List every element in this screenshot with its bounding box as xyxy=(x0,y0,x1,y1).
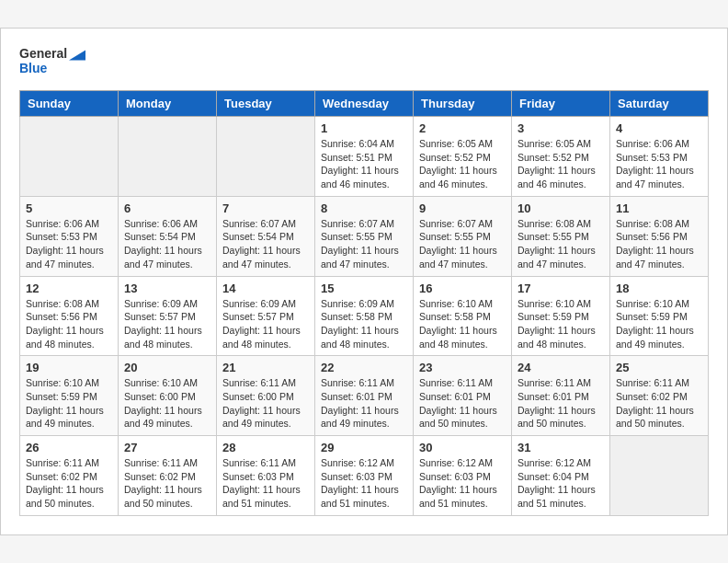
calendar-cell: 19Sunrise: 6:10 AMSunset: 5:59 PMDayligh… xyxy=(20,356,119,436)
calendar-cell: 5Sunrise: 6:06 AMSunset: 5:53 PMDaylight… xyxy=(20,196,119,276)
calendar-cell: 9Sunrise: 6:07 AMSunset: 5:55 PMDaylight… xyxy=(414,196,512,276)
calendar-cell: 21Sunrise: 6:11 AMSunset: 6:00 PMDayligh… xyxy=(217,356,315,436)
day-number: 21 xyxy=(222,361,309,374)
calendar-cell xyxy=(217,117,315,197)
calendar-cell: 16Sunrise: 6:10 AMSunset: 5:58 PMDayligh… xyxy=(414,276,512,356)
day-info: Sunrise: 6:04 AMSunset: 5:51 PMDaylight:… xyxy=(321,137,407,191)
calendar-cell xyxy=(20,117,119,197)
day-info: Sunrise: 6:06 AMSunset: 5:54 PMDaylight:… xyxy=(124,217,210,271)
day-number: 13 xyxy=(124,282,210,295)
logo: General Blue xyxy=(19,47,85,75)
day-info: Sunrise: 6:09 AMSunset: 5:58 PMDaylight:… xyxy=(321,297,407,351)
day-number: 11 xyxy=(616,201,702,215)
day-number: 14 xyxy=(222,282,309,295)
day-number: 7 xyxy=(222,201,309,215)
calendar-cell: 1Sunrise: 6:04 AMSunset: 5:51 PMDaylight… xyxy=(315,117,414,197)
calendar-cell: 4Sunrise: 6:06 AMSunset: 5:53 PMDaylight… xyxy=(610,117,709,197)
calendar-cell xyxy=(610,436,709,516)
calendar-cell: 11Sunrise: 6:08 AMSunset: 5:56 PMDayligh… xyxy=(610,196,709,276)
calendar-cell: 22Sunrise: 6:11 AMSunset: 6:01 PMDayligh… xyxy=(315,356,414,436)
day-number: 28 xyxy=(222,441,309,454)
day-number: 22 xyxy=(321,361,407,374)
day-number: 29 xyxy=(321,441,407,454)
day-info: Sunrise: 6:06 AMSunset: 5:53 PMDaylight:… xyxy=(616,137,702,191)
day-info: Sunrise: 6:10 AMSunset: 5:59 PMDaylight:… xyxy=(518,297,604,351)
calendar-cell: 28Sunrise: 6:11 AMSunset: 6:03 PMDayligh… xyxy=(217,436,315,516)
calendar-cell: 12Sunrise: 6:08 AMSunset: 5:56 PMDayligh… xyxy=(20,276,119,356)
day-number: 1 xyxy=(321,121,407,135)
calendar-cell: 2Sunrise: 6:05 AMSunset: 5:52 PMDaylight… xyxy=(414,117,512,197)
calendar-cell xyxy=(119,117,217,197)
calendar-cell: 27Sunrise: 6:11 AMSunset: 6:02 PMDayligh… xyxy=(119,436,217,516)
day-number: 15 xyxy=(321,282,407,295)
calendar-cell: 17Sunrise: 6:10 AMSunset: 5:59 PMDayligh… xyxy=(512,276,610,356)
day-number: 18 xyxy=(616,282,702,295)
day-number: 31 xyxy=(518,441,604,454)
calendar-cell: 25Sunrise: 6:11 AMSunset: 6:02 PMDayligh… xyxy=(610,356,709,436)
day-info: Sunrise: 6:05 AMSunset: 5:52 PMDaylight:… xyxy=(518,137,604,191)
day-info: Sunrise: 6:10 AMSunset: 5:59 PMDaylight:… xyxy=(26,376,112,431)
calendar-cell: 26Sunrise: 6:11 AMSunset: 6:02 PMDayligh… xyxy=(20,436,119,516)
weekday-header-sunday: Sunday xyxy=(20,91,119,117)
calendar-cell: 20Sunrise: 6:10 AMSunset: 6:00 PMDayligh… xyxy=(119,356,217,436)
day-number: 24 xyxy=(518,361,604,374)
day-info: Sunrise: 6:07 AMSunset: 5:55 PMDaylight:… xyxy=(321,217,407,271)
calendar-cell: 3Sunrise: 6:05 AMSunset: 5:52 PMDaylight… xyxy=(512,117,610,197)
day-info: Sunrise: 6:11 AMSunset: 6:02 PMDaylight:… xyxy=(26,456,112,511)
calendar-cell: 23Sunrise: 6:11 AMSunset: 6:01 PMDayligh… xyxy=(414,356,512,436)
day-info: Sunrise: 6:07 AMSunset: 5:54 PMDaylight:… xyxy=(222,217,309,271)
day-info: Sunrise: 6:11 AMSunset: 6:01 PMDaylight:… xyxy=(518,376,604,431)
calendar-cell: 30Sunrise: 6:12 AMSunset: 6:03 PMDayligh… xyxy=(414,436,512,516)
calendar-cell: 29Sunrise: 6:12 AMSunset: 6:03 PMDayligh… xyxy=(315,436,414,516)
day-info: Sunrise: 6:11 AMSunset: 6:01 PMDaylight:… xyxy=(419,376,506,431)
day-number: 3 xyxy=(518,121,604,135)
day-info: Sunrise: 6:10 AMSunset: 5:58 PMDaylight:… xyxy=(419,297,506,351)
calendar-container: General Blue SundayMondayTuesdayWednesda… xyxy=(0,28,728,535)
day-info: Sunrise: 6:12 AMSunset: 6:03 PMDaylight:… xyxy=(419,456,506,511)
day-info: Sunrise: 6:08 AMSunset: 5:55 PMDaylight:… xyxy=(518,217,604,271)
day-number: 26 xyxy=(26,441,112,454)
day-number: 5 xyxy=(26,201,112,215)
day-info: Sunrise: 6:10 AMSunset: 5:59 PMDaylight:… xyxy=(616,297,702,351)
day-info: Sunrise: 6:09 AMSunset: 5:57 PMDaylight:… xyxy=(124,297,210,351)
day-info: Sunrise: 6:12 AMSunset: 6:04 PMDaylight:… xyxy=(518,456,604,511)
week-row-2: 5Sunrise: 6:06 AMSunset: 5:53 PMDaylight… xyxy=(20,196,709,276)
calendar-cell: 7Sunrise: 6:07 AMSunset: 5:54 PMDaylight… xyxy=(217,196,315,276)
week-row-1: 1Sunrise: 6:04 AMSunset: 5:51 PMDaylight… xyxy=(20,117,709,197)
calendar-cell: 10Sunrise: 6:08 AMSunset: 5:55 PMDayligh… xyxy=(512,196,610,276)
day-info: Sunrise: 6:09 AMSunset: 5:57 PMDaylight:… xyxy=(222,297,309,351)
weekday-header-wednesday: Wednesday xyxy=(315,91,414,117)
weekday-header-thursday: Thursday xyxy=(414,91,512,117)
day-info: Sunrise: 6:06 AMSunset: 5:53 PMDaylight:… xyxy=(26,217,112,271)
day-number: 6 xyxy=(124,201,210,215)
calendar-header: General Blue xyxy=(19,47,709,75)
weekday-header-row: SundayMondayTuesdayWednesdayThursdayFrid… xyxy=(20,91,709,117)
week-row-3: 12Sunrise: 6:08 AMSunset: 5:56 PMDayligh… xyxy=(20,276,709,356)
weekday-header-friday: Friday xyxy=(512,91,610,117)
day-info: Sunrise: 6:12 AMSunset: 6:03 PMDaylight:… xyxy=(321,456,407,511)
calendar-cell: 24Sunrise: 6:11 AMSunset: 6:01 PMDayligh… xyxy=(512,356,610,436)
day-number: 23 xyxy=(419,361,506,374)
day-info: Sunrise: 6:11 AMSunset: 6:00 PMDaylight:… xyxy=(222,376,309,431)
week-row-4: 19Sunrise: 6:10 AMSunset: 5:59 PMDayligh… xyxy=(20,356,709,436)
calendar-cell: 15Sunrise: 6:09 AMSunset: 5:58 PMDayligh… xyxy=(315,276,414,356)
day-number: 20 xyxy=(124,361,210,374)
day-info: Sunrise: 6:11 AMSunset: 6:01 PMDaylight:… xyxy=(321,376,407,431)
day-info: Sunrise: 6:08 AMSunset: 5:56 PMDaylight:… xyxy=(26,297,112,351)
calendar-cell: 6Sunrise: 6:06 AMSunset: 5:54 PMDaylight… xyxy=(119,196,217,276)
svg-marker-0 xyxy=(69,50,85,60)
day-number: 8 xyxy=(321,201,407,215)
calendar-cell: 14Sunrise: 6:09 AMSunset: 5:57 PMDayligh… xyxy=(217,276,315,356)
calendar-cell: 13Sunrise: 6:09 AMSunset: 5:57 PMDayligh… xyxy=(119,276,217,356)
calendar-cell: 31Sunrise: 6:12 AMSunset: 6:04 PMDayligh… xyxy=(512,436,610,516)
logo-text: General Blue xyxy=(19,47,85,75)
weekday-header-saturday: Saturday xyxy=(610,91,709,117)
day-number: 10 xyxy=(518,201,604,215)
day-info: Sunrise: 6:11 AMSunset: 6:02 PMDaylight:… xyxy=(616,376,702,431)
day-number: 9 xyxy=(419,201,506,215)
day-info: Sunrise: 6:11 AMSunset: 6:03 PMDaylight:… xyxy=(222,456,309,511)
day-number: 16 xyxy=(419,282,506,295)
day-number: 12 xyxy=(26,282,112,295)
calendar-cell: 8Sunrise: 6:07 AMSunset: 5:55 PMDaylight… xyxy=(315,196,414,276)
day-info: Sunrise: 6:08 AMSunset: 5:56 PMDaylight:… xyxy=(616,217,702,271)
